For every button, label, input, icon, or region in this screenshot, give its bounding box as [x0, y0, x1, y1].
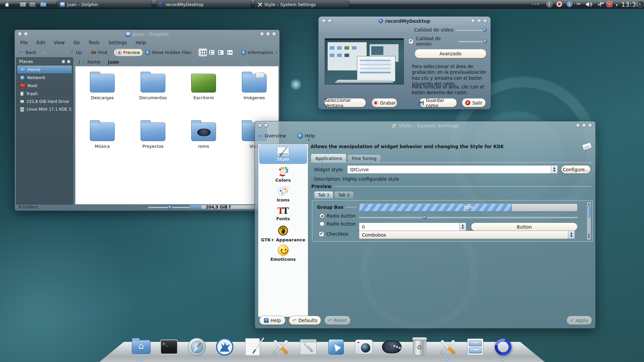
- sidebar-item-style[interactable]: Style: [259, 145, 307, 164]
- taskbar-item-system-settings[interactable]: Style – System Settings: [254, 1, 350, 8]
- folder-musica[interactable]: Música: [80, 122, 124, 149]
- details-view-button[interactable]: [207, 48, 216, 57]
- record-button[interactable]: Grabar: [372, 98, 397, 107]
- tray-usb-icon[interactable]: [597, 1, 604, 7]
- sound-quality-checkbox[interactable]: [409, 39, 413, 44]
- folder-descargas[interactable]: Descargas: [80, 74, 124, 100]
- tray-expand-icon[interactable]: [616, 1, 618, 8]
- footer-help-button[interactable]: Help: [259, 316, 285, 325]
- tray-updates-icon[interactable]: [607, 2, 612, 7]
- folder-imagenes[interactable]: Imágenes: [232, 74, 276, 100]
- dock-amarok[interactable]: [215, 337, 235, 357]
- minimize-button[interactable]: [260, 32, 264, 36]
- tray-clipboard-icon[interactable]: [577, 1, 581, 7]
- dock-file-cabinet[interactable]: [465, 337, 485, 357]
- tab-fine-tuning[interactable]: Fine Tuning: [347, 154, 381, 162]
- tray-info-shield-icon[interactable]: [567, 2, 572, 7]
- dock-system-settings[interactable]: [437, 337, 458, 357]
- video-quality-slider[interactable]: [456, 29, 486, 31]
- place-linux-mint[interactable]: Linux Mint 17.1 KDE 3...: [17, 106, 72, 113]
- leave-button[interactable]: [637, 1, 644, 8]
- information-button[interactable]: Information: [239, 49, 275, 56]
- maximize-button[interactable]: [477, 19, 481, 23]
- preview-scrollbar[interactable]: ▲ ▲ ▼: [587, 202, 591, 240]
- folder-proyectos[interactable]: Proyectos: [131, 122, 175, 149]
- panel-home-icon[interactable]: [40, 2, 46, 7]
- folder-escritorio[interactable]: Escritorio: [182, 74, 225, 100]
- tray-record-icon[interactable]: [556, 1, 562, 7]
- close-button[interactable]: [588, 123, 592, 128]
- icon-view-button[interactable]: [198, 48, 207, 57]
- preview-slider[interactable]: [359, 217, 578, 218]
- reset-button[interactable]: Reset: [324, 316, 351, 325]
- dock-home-folder[interactable]: [131, 337, 151, 357]
- back-button[interactable]: ←Back: [17, 49, 39, 56]
- sidebar-item-colors[interactable]: Colors: [259, 165, 307, 184]
- menu-edit[interactable]: Edit: [37, 40, 45, 45]
- split-view-button[interactable]: [225, 48, 234, 57]
- sidebar-item-fonts[interactable]: TT Fonts: [259, 204, 307, 223]
- dolphin-titlebar[interactable]: juan – Dolphin: [15, 30, 279, 39]
- apply-button[interactable]: Apply: [567, 316, 592, 325]
- folder-documentos[interactable]: Documentos: [131, 74, 175, 100]
- breadcrumb-root[interactable]: /: [78, 59, 80, 65]
- preview-radio-1[interactable]: Radio button: [320, 213, 356, 219]
- taskbar-item-dolphin[interactable]: juan – Dolphin: [57, 1, 152, 8]
- sidebar-item-emoticons[interactable]: Emoticons: [259, 244, 307, 263]
- close-button[interactable]: [272, 32, 276, 36]
- pager-desktop-2[interactable]: [29, 2, 36, 7]
- folder-roms[interactable]: roms: [182, 122, 225, 149]
- breadcrumb-current[interactable]: juan: [108, 59, 119, 65]
- tab-applications[interactable]: Applications: [311, 154, 346, 162]
- capture-preview[interactable]: [325, 38, 404, 84]
- preview-radio-2[interactable]: Radio button: [320, 221, 356, 227]
- taskbar-item-recordmydesktop[interactable]: recordMyDesktop: [156, 1, 252, 8]
- dock-text-editor[interactable]: [243, 337, 263, 357]
- preview-combobox[interactable]: Combobox: [359, 231, 575, 239]
- save-as-button[interactable]: Guardar como: [419, 98, 457, 107]
- dock-games[interactable]: [382, 337, 402, 357]
- syss-titlebar[interactable]: Style – System Settings: [255, 121, 595, 130]
- place-hard-drive[interactable]: 232,8 GiB Hard Drive: [17, 98, 72, 105]
- places-lock-icon[interactable]: [61, 60, 65, 64]
- menu-help[interactable]: Help: [136, 40, 146, 45]
- menu-view[interactable]: View: [54, 40, 65, 45]
- defaults-button[interactable]: Defaults: [289, 316, 321, 325]
- place-root[interactable]: Root: [17, 82, 72, 89]
- help-menu-caret[interactable]: [308, 138, 310, 142]
- preview-checkbox[interactable]: Checkbox: [319, 231, 348, 237]
- advanced-button[interactable]: Avanzado: [415, 49, 486, 58]
- quicklaunch-dots[interactable]: [532, 3, 539, 5]
- preview-spinbox[interactable]: 0: [359, 223, 466, 231]
- configure-button[interactable]: Configure...: [561, 165, 591, 174]
- breadcrumb-home[interactable]: home: [88, 59, 100, 65]
- help-button[interactable]: Help: [297, 133, 315, 139]
- tray-volume-icon[interactable]: [586, 1, 593, 7]
- place-network[interactable]: Network: [17, 74, 72, 81]
- dock-web-browser[interactable]: [187, 337, 207, 357]
- maximize-button[interactable]: [582, 123, 586, 128]
- sound-quality-slider[interactable]: [458, 41, 486, 42]
- dock-utilities[interactable]: [298, 337, 318, 357]
- apple-menu-icon[interactable]: [4, 1, 10, 8]
- place-trash[interactable]: Trash: [17, 90, 72, 98]
- rmd-titlebar[interactable]: recordMyDesktop: [319, 17, 490, 25]
- menu-tools[interactable]: Tools: [89, 40, 100, 45]
- show-hidden-files-button[interactable]: Show Hidden Files: [143, 49, 194, 56]
- sidebar-item-gtk-appearance[interactable]: GTK+ Appearance: [259, 224, 307, 243]
- widget-style-combobox[interactable]: QtCurve: [347, 165, 558, 174]
- preview-tab-1[interactable]: Tab 1: [314, 191, 333, 198]
- menu-settings[interactable]: Settings: [108, 40, 127, 45]
- dock-terminal[interactable]: [159, 337, 179, 357]
- select-window-button[interactable]: Seleccionar Ventana: [324, 98, 366, 107]
- menu-go[interactable]: Go: [73, 40, 80, 45]
- preview-tab-2[interactable]: Tab 2: [334, 191, 354, 198]
- close-button[interactable]: [483, 19, 487, 23]
- dock-camera[interactable]: [354, 337, 374, 357]
- places-close-icon[interactable]: [67, 60, 71, 64]
- maximize-button[interactable]: [266, 32, 270, 36]
- find-button[interactable]: Find: [89, 49, 109, 56]
- quit-button[interactable]: Salir: [462, 98, 486, 107]
- overview-button[interactable]: ⇦ Overview: [258, 132, 286, 139]
- minimize-button[interactable]: [576, 123, 580, 128]
